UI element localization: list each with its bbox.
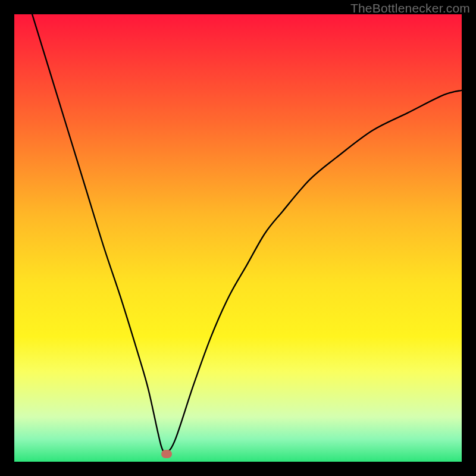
bottleneck-curve [32,14,462,453]
bottleneck-chart [14,14,462,462]
attribution-label: TheBottlenecker.com [350,1,470,15]
optimum-marker [161,450,172,458]
